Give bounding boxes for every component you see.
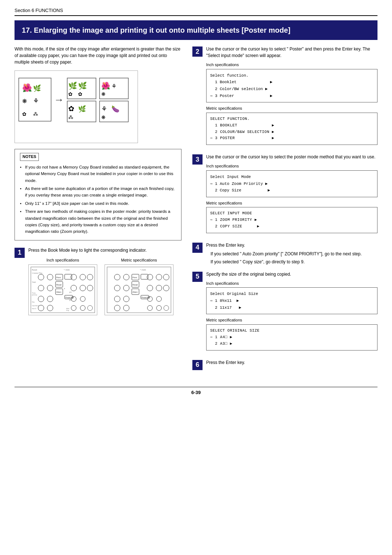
content-area: With this mode, if the size of the copy …: [15, 46, 377, 376]
svg-text:Punch: Punch: [32, 269, 37, 271]
notes-list: If you do not have a Memory Copy Board i…: [20, 164, 176, 235]
svg-text:✿: ✿: [23, 111, 27, 117]
step-3-content: Use the cursor or the cursor key to sele…: [206, 154, 377, 236]
step-6-text: Press the Enter key.: [206, 360, 245, 365]
step-2-inch-screen: Select function. 1 Booklet ▶ 2 Color/BW …: [206, 69, 377, 103]
svg-text:✿: ✿: [68, 105, 74, 113]
svg-point-94: [147, 305, 152, 311]
svg-point-89: [163, 285, 169, 291]
svg-text:Read: Read: [132, 284, 138, 286]
step-3-metric-screen: SELECT INPUT MODE ⇨ 1 ZOOM PRIORITY ▶ 2 …: [206, 207, 377, 233]
step-5-metric-screen: SELECT ORIGINAL SIZE ⇨ 1 A4□ ▶ 2 A3□ ▶: [206, 324, 377, 351]
step-5: 5 Specify the size of the original being…: [192, 271, 377, 353]
step-4: 4 Press the Enter key. If you selected "…: [192, 242, 377, 265]
svg-point-44: [71, 285, 77, 291]
inch-spec-block: Inch specifications Print: [28, 257, 97, 316]
svg-text:🍆: 🍆: [111, 105, 120, 113]
svg-point-45: [80, 285, 86, 291]
svg-point-34: [38, 285, 44, 291]
section-header: Section 6 FUNCTIONS: [15, 7, 377, 16]
svg-point-70: [123, 274, 129, 280]
intro-text: With this mode, if the size of the copy …: [15, 46, 181, 65]
svg-text:Read: Read: [56, 284, 61, 286]
step-6-row: 6 Press the Enter key.: [192, 359, 377, 370]
svg-text:✿: ✿: [78, 91, 82, 97]
step-4-row: 4 Press the Enter key. If you selected "…: [192, 242, 377, 265]
svg-text:⁂: ⁂: [33, 111, 38, 117]
svg-text:* / AAA: * / AAA: [140, 269, 146, 271]
title-text: 17. Enlarging the image and printing it …: [22, 26, 290, 34]
svg-text:Print: Print: [132, 276, 137, 279]
inch-label: Inch specifications: [28, 257, 97, 263]
step-2-content: Use the cursor or the cursor key to sele…: [206, 46, 377, 148]
step-5-content: Specify the size of the original being c…: [206, 271, 377, 353]
svg-point-50: [80, 296, 85, 301]
svg-text:Print: Print: [56, 276, 61, 279]
svg-point-79: [114, 296, 120, 302]
step-4-content: Press the Enter key. If you selected " A…: [206, 242, 377, 265]
svg-text:🌺: 🌺: [101, 81, 110, 90]
svg-point-93: [156, 296, 162, 301]
step-1-content: Press the Book Mode key to light the cor…: [28, 247, 181, 318]
svg-text:Atten: Atten: [56, 291, 61, 293]
svg-text:🌿: 🌿: [33, 85, 41, 93]
svg-text:⊕: ⊕: [64, 288, 65, 289]
svg-text:Atten: Atten: [132, 291, 138, 293]
svg-text:❋: ❋: [101, 91, 106, 97]
step-3: 3 Use the cursor or the cursor key to se…: [192, 154, 377, 236]
step-2-text: Use the cursor or the cursor key to sele…: [206, 46, 370, 58]
svg-text:parency: parency: [32, 294, 37, 296]
svg-text:✿: ✿: [68, 91, 73, 97]
step-4-note-2: If you selected " Copy size", go directl…: [206, 259, 377, 265]
step-5-row: 5 Specify the size of the original being…: [192, 271, 377, 353]
svg-point-36: [38, 296, 44, 302]
step-1-row: 1 Press the Book Mode key to light the c…: [15, 247, 181, 318]
step-5-inch-screen: Select Original Size ⇨ 1 8½x11 ▶ 2 11x17…: [206, 287, 377, 314]
step-1-text: Press the Book Mode key to light the cor…: [28, 248, 147, 253]
svg-text:🌿: 🌿: [78, 81, 87, 90]
step-4-text: Press the Enter key.: [206, 243, 245, 248]
svg-text:Film: Film: [32, 301, 35, 303]
svg-point-80: [123, 296, 129, 302]
svg-text:❋: ❋: [101, 114, 106, 120]
svg-point-95: [156, 305, 162, 311]
svg-text:⚘: ⚘: [111, 83, 117, 89]
svg-text:Preset R/E: Preset R/E: [65, 296, 74, 299]
metric-label: Metric specifications: [105, 257, 173, 263]
inch-copier-image: Print Read Atten: [28, 264, 97, 315]
step-4-note-1: If you selected " Auto Zoom priority" ["…: [206, 251, 377, 257]
svg-text:Sort O: Sort O: [32, 308, 36, 309]
svg-text:→: →: [54, 94, 64, 105]
left-column: With this mode, if the size of the copy …: [15, 46, 181, 376]
svg-point-87: [147, 285, 153, 291]
svg-text:β/D: β/D: [69, 299, 72, 301]
svg-point-26: [38, 274, 44, 280]
step-2: 2 Use the cursor or the cursor key to se…: [192, 46, 377, 148]
svg-text:⁂: ⁂: [68, 114, 73, 120]
page-number: 6-39: [15, 387, 377, 396]
step-6-number: 6: [192, 360, 203, 370]
svg-point-42: [80, 274, 86, 280]
note-item: If you do not have a Memory Copy Board i…: [20, 164, 176, 184]
svg-text:🌿: 🌿: [68, 81, 77, 90]
step-4-number: 4: [192, 243, 203, 253]
poster-illustration: 🌺 🌿 ❋ ⚘ ✿ ⁂ → 🌿 🌿 ✿ ✿ 🌺 ⚘: [15, 70, 138, 143]
step-3-row: 3 Use the cursor or the cursor key to se…: [192, 154, 377, 236]
svg-point-88: [156, 285, 162, 291]
notes-title: NOTES: [20, 153, 39, 161]
svg-text:Card Stock: Card Stock: [32, 305, 39, 307]
step-3-metric-label: Metric specifications: [206, 200, 377, 206]
svg-point-86: [163, 274, 169, 280]
svg-point-52: [80, 305, 85, 311]
svg-point-84: [147, 274, 153, 280]
step-4-notes: If you selected " Auto Zoom priority" ["…: [206, 251, 377, 265]
copier-image-row: Inch specifications Print: [28, 257, 181, 316]
svg-text:Language Filing: Language Filing: [32, 272, 42, 274]
svg-point-51: [71, 305, 76, 311]
svg-point-46: [87, 285, 93, 291]
step-5-metric-label: Metric specifications: [206, 317, 377, 323]
right-column: 2 Use the cursor or the cursor key to se…: [192, 46, 377, 376]
metric-copier-image: Print Read Atten: [105, 264, 173, 315]
note-item: As there will be some duplication of a p…: [20, 185, 176, 199]
step-1: 1 Press the Book Mode key to light the c…: [15, 247, 181, 318]
